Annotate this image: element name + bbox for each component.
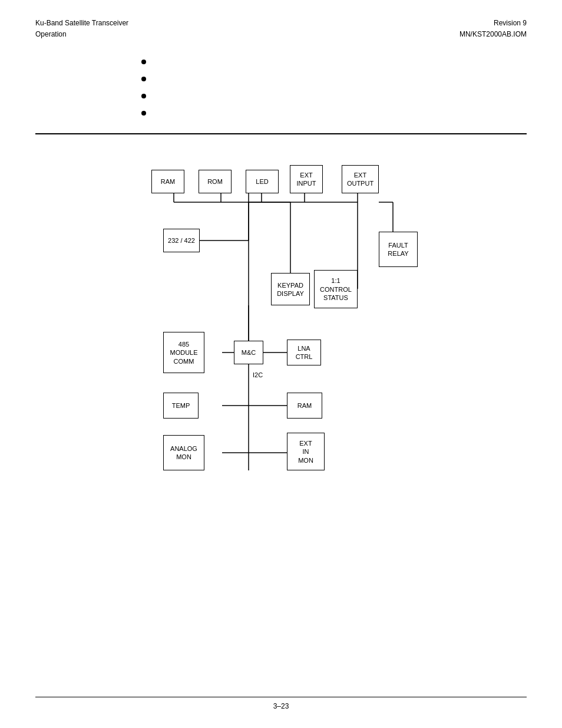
box-ram-top: RAM <box>151 170 184 193</box>
label-i2c: I2C <box>253 371 263 378</box>
section-divider <box>35 133 527 134</box>
bullet-item-1 <box>141 58 527 64</box>
bullet-section <box>141 58 527 116</box>
footer: 3–23 <box>35 697 527 710</box>
box-ext-input: EXT INPUT <box>290 165 323 193</box>
footer-divider <box>35 697 527 697</box>
box-led: LED <box>246 170 279 193</box>
box-ext-output: EXT OUTPUT <box>342 165 379 193</box>
header: Ku-Band Satellite Transceiver Operation … <box>35 18 527 40</box>
box-ram-bottom: RAM <box>287 393 322 419</box>
bullet-dot-4 <box>141 111 146 116</box>
box-temp: TEMP <box>163 393 199 419</box>
box-fault-relay: FAULT RELAY <box>379 232 418 267</box>
box-lna-ctrl: LNA CTRL <box>287 340 321 365</box>
block-diagram: RAM ROM LED EXT INPUT EXT OUTPUT 232 / 4… <box>104 158 458 488</box>
page-number: 3–23 <box>35 702 527 710</box>
box-rom: ROM <box>199 170 232 193</box>
bullet-dot-2 <box>141 77 146 81</box>
box-control-status: 1:1 CONTROL STATUS <box>314 270 358 308</box>
box-mc: M&C <box>234 341 263 364</box>
header-right: Revision 9 MN/KST2000AB.IOM <box>459 18 527 40</box>
page: Ku-Band Satellite Transceiver Operation … <box>0 0 562 728</box>
header-doc-number: MN/KST2000AB.IOM <box>459 29 527 40</box>
box-485-module: 485 MODULE COMM <box>163 332 204 373</box>
bullet-dot-3 <box>141 94 146 98</box>
bullet-item-3 <box>141 92 527 98</box>
header-subtitle: Operation <box>35 29 128 40</box>
bullet-item-2 <box>141 75 527 81</box>
box-keypad-display: KEYPAD DISPLAY <box>271 273 310 305</box>
bullet-dot-1 <box>141 60 146 64</box>
box-232-422: 232 / 422 <box>163 229 200 252</box>
box-analog-mon: ANALOG MON <box>163 435 204 470</box>
header-revision: Revision 9 <box>459 18 527 29</box>
diagram-lines <box>104 158 458 488</box>
header-left: Ku-Band Satellite Transceiver Operation <box>35 18 128 40</box>
bullet-item-4 <box>141 109 527 116</box>
header-title: Ku-Band Satellite Transceiver <box>35 18 128 29</box>
box-ext-in-mon: EXT IN MON <box>287 433 325 470</box>
